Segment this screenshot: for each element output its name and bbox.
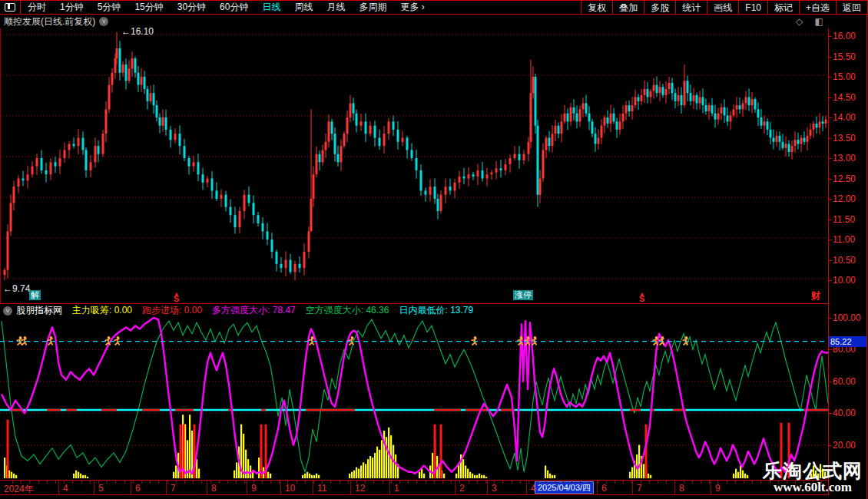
- time-axis[interactable]: 2024年 2025/04/03/四 45678910111212346789: [0, 480, 828, 495]
- pane-window-icons[interactable]: ◇ ◧: [796, 16, 828, 27]
- signal-marker: ▲S: [174, 291, 179, 302]
- minor-tick: [588, 481, 589, 484]
- minor-tick: [727, 481, 727, 484]
- minor-tick: [55, 481, 56, 484]
- menu-item[interactable]: 周线: [287, 1, 320, 14]
- event-badge[interactable]: 解: [29, 290, 41, 300]
- tool-button[interactable]: 多股: [644, 1, 676, 14]
- month-tick: [280, 481, 281, 494]
- price-axis-label: 10.50: [833, 255, 856, 266]
- tool-button[interactable]: F10: [739, 1, 768, 14]
- tool-button[interactable]: 画线: [707, 1, 739, 14]
- minor-tick: [615, 481, 615, 484]
- chevron-down-icon[interactable]: ˅: [99, 17, 108, 26]
- minor-tick: [598, 481, 598, 484]
- month-label: 10: [285, 483, 295, 494]
- minor-tick: [571, 481, 572, 484]
- month-label: 8: [679, 483, 684, 494]
- minor-tick: [477, 481, 478, 484]
- watermark: 乐淘公式网 www.60lt.com: [763, 461, 863, 494]
- minor-tick: [21, 481, 22, 484]
- month-label: 8: [211, 483, 217, 494]
- menu-item[interactable]: 15分钟: [128, 1, 170, 14]
- minor-tick: [297, 481, 297, 484]
- month-tick: [166, 481, 167, 494]
- minor-tick: [72, 481, 73, 484]
- month-tick: [207, 481, 207, 494]
- minor-tick: [81, 481, 82, 484]
- runner-icon: [17, 336, 22, 345]
- menu-item[interactable]: 分时: [21, 1, 53, 14]
- price-axis-label: 13.50: [833, 133, 856, 144]
- minor-tick: [545, 481, 546, 484]
- menu-item[interactable]: 更多 ›: [393, 1, 431, 14]
- runner-icon: [22, 336, 27, 345]
- minor-tick: [451, 481, 452, 484]
- minor-tick: [434, 481, 435, 484]
- minor-tick: [735, 481, 736, 484]
- month-label: 4: [63, 483, 68, 494]
- minor-tick: [219, 481, 220, 484]
- indicator-axis-label: 20.00: [833, 440, 856, 451]
- month-tick: [711, 481, 711, 494]
- minor-tick: [141, 481, 142, 484]
- menu-item[interactable]: 5分钟: [91, 1, 128, 14]
- menu-item[interactable]: 月线: [320, 1, 352, 14]
- minor-tick: [270, 481, 271, 484]
- indicator-axis-label: 100.00: [833, 312, 861, 323]
- minor-tick: [760, 481, 761, 484]
- max-price-label: ←16.10: [121, 26, 154, 37]
- minor-tick: [701, 481, 701, 484]
- indicator-axis-label: 60.00: [833, 376, 856, 387]
- month-tick: [58, 481, 59, 494]
- cursor-date-tag: 2025/04/03/四: [535, 481, 594, 494]
- month-label: 9: [251, 483, 257, 494]
- year-label: 2024年: [4, 483, 34, 496]
- minor-tick: [184, 481, 185, 484]
- axis-border-line: [828, 28, 829, 495]
- month-tick: [247, 481, 247, 494]
- price-axis-label: 10.00: [833, 275, 856, 286]
- price-axis-label: 14.50: [833, 92, 856, 103]
- tool-button[interactable]: +自选: [800, 1, 837, 14]
- tool-button[interactable]: 叠加: [613, 1, 644, 14]
- indicator-chart[interactable]: [0, 304, 828, 480]
- menu-item[interactable]: 30分钟: [171, 1, 213, 14]
- minor-tick: [373, 481, 374, 484]
- minor-tick: [176, 481, 177, 484]
- menu-item[interactable]: 多周期: [352, 1, 393, 14]
- month-tick: [94, 481, 94, 494]
- month-tick: [674, 481, 675, 494]
- minor-tick: [537, 481, 538, 484]
- tool-button[interactable]: 标记: [768, 1, 800, 14]
- minor-tick: [193, 481, 194, 484]
- minor-tick: [623, 481, 624, 484]
- minor-tick: [485, 481, 486, 484]
- minor-tick: [227, 481, 228, 484]
- tool-button[interactable]: 复权: [581, 1, 613, 14]
- candlestick-chart[interactable]: [0, 28, 828, 302]
- minor-tick: [236, 481, 237, 484]
- month-label: 9: [715, 483, 721, 494]
- event-badge[interactable]: 涨停: [513, 290, 533, 300]
- menu-item[interactable]: 1分钟: [53, 1, 91, 14]
- month-label: 1: [394, 483, 399, 494]
- month-tick: [350, 481, 351, 494]
- minor-tick: [399, 481, 400, 484]
- minor-tick: [658, 481, 658, 484]
- minor-tick: [752, 481, 753, 484]
- min-price-label: ←9.74: [3, 283, 30, 294]
- minor-tick: [330, 481, 331, 484]
- month-label: 7: [637, 483, 642, 494]
- tool-button[interactable]: 返回: [837, 1, 868, 14]
- menu-item[interactable]: 日线: [255, 1, 287, 14]
- minor-tick: [167, 481, 168, 484]
- finance-badge[interactable]: 财: [811, 289, 820, 302]
- minor-tick: [502, 481, 503, 484]
- window-layout-icon[interactable]: [0, 1, 21, 14]
- timeframe-menu: 分时1分钟5分钟15分钟30分钟60分钟日线周线月线多周期更多 ›: [21, 1, 432, 14]
- runner-icon: [105, 336, 111, 345]
- menu-item[interactable]: 60分钟: [213, 1, 255, 14]
- tool-button[interactable]: 统计: [676, 1, 707, 14]
- minor-tick: [580, 481, 581, 484]
